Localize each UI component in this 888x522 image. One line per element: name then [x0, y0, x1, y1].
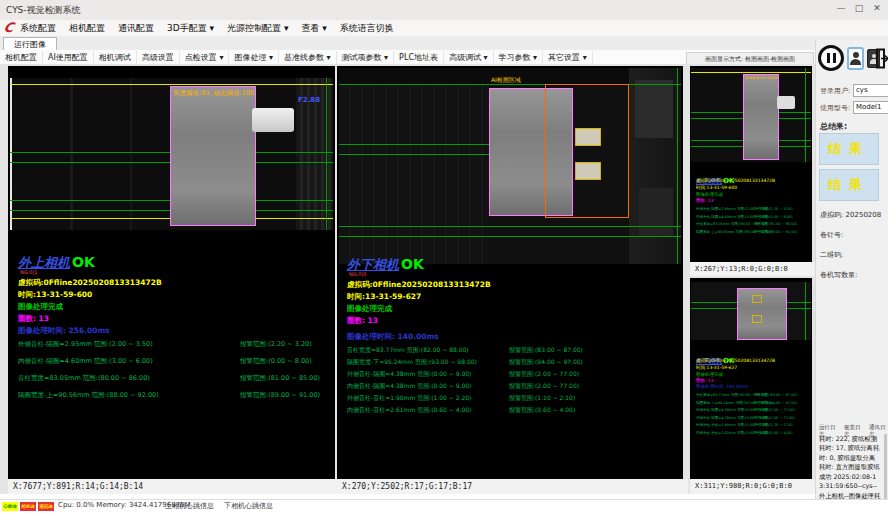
measurement-row: 外侧音柱-音柱=1.90mm 范围:(1.00 ~ 2.20)报警范围:(1.1… [696, 423, 810, 431]
camera-name: 外下相机 [347, 257, 399, 272]
minimize-button[interactable]: — [834, 3, 848, 13]
menu-items: 系统配置相机配置通讯配置3D手配置 ▾光源控制配置 ▾查看 ▾系统语言切换 [20, 20, 394, 36]
measurement-list: 外侧音柱-隔圈=2.95mm 范围:(2.00 ~ 3.50)报警范围:(2.2… [18, 340, 331, 408]
tape-applicator-blob [777, 96, 795, 109]
overlay-hline-yellow [10, 84, 333, 85]
exit-button[interactable] [876, 48, 888, 69]
title-bar: CYS-视觉检测系统 — □ ✕ [0, 0, 888, 21]
process-time-line: 图像处理时间: 140.00ms [347, 332, 439, 342]
menu-item[interactable]: 通讯配置 [118, 22, 154, 35]
log-text: 耗时: 222, 胶纸检测耗时: 17, 胶纸分离耗时: 0, 胶纸提取分离耗时… [819, 434, 881, 504]
overlay-hline-green [339, 154, 489, 155]
edge-highlight [10, 78, 12, 230]
measurement-row: 音柱宽度=83.77mm 范围:(82.00 ~ 88.00)报警范围:(83.… [347, 346, 679, 358]
measurement-row: 外侧音柱-音柱=1.90mm 范围:(1.00 ~ 2.20)报警范围:(1.1… [347, 394, 679, 406]
overlay-vline-green [677, 68, 678, 264]
toolbar-item[interactable]: 相机调试 [94, 51, 137, 64]
measurement-row: 隔圈宽度-下=95.24mm 范围:(93.00 ~ 98.00)报警范围:(9… [696, 401, 810, 409]
menu-item[interactable]: 查看 ▾ [301, 22, 326, 35]
process-time-line: 图像处理时间: 140.00ms [696, 384, 748, 389]
heartbeat-status-badge: 心跳信息 [2, 502, 18, 511]
qr-code-label: 二维码: [820, 250, 843, 260]
pause-button[interactable] [818, 45, 844, 71]
cell-block-roi: 灰度阈值:93, 动态阈值:100 [170, 86, 256, 226]
menu-bar: C 系统配置相机配置通讯配置3D手配置 ▾光源控制配置 ▾查看 ▾系统语言切换 [0, 20, 888, 37]
overlay-vline-green [805, 68, 806, 162]
measurement-row: 内侧音柱-隔圈=4.38mm 范围:(0.00 ~ 9.00)报警范围:(2.0… [347, 382, 679, 394]
overlay-hline-green [339, 144, 489, 145]
mini-camera-bottom-image[interactable] [691, 282, 811, 340]
pixel-coordinate-readout-top: X:7677;Y:891;R:14;G:14;B:14 [8, 479, 340, 494]
toolbar-item[interactable]: AI使用配置 [43, 51, 94, 64]
status-bar: 心跳信息 相机连接 通讯连接 Cpu: 0.0% Memory: 3424.41… [0, 499, 888, 513]
ng-counter: NG:0|0 [349, 271, 366, 277]
camera-status-badge: 相机连接 [20, 502, 36, 511]
login-user-input[interactable]: cys [853, 84, 888, 97]
cell-block-roi: 灰度阈值:93, 动态阈值:100 [743, 74, 779, 160]
measurement-list: 音柱宽度=83.77mm 范围:(82.00 ~ 88.00)报警范围:(83.… [347, 346, 679, 418]
pause-icon [827, 53, 830, 63]
toolbar-item[interactable]: 其它设置 ▾ [543, 51, 593, 64]
window-title: CYS-视觉检测系统 [6, 4, 81, 17]
toolbar-item[interactable]: 相机配置 [0, 51, 43, 64]
tab-row: 运行图像 [0, 36, 888, 51]
model-input[interactable]: Model1 [853, 101, 888, 114]
measurement-list: 外侧音柱-隔圈=2.95mm 范围:(2.00 ~ 3.50)报警范围:(2.2… [696, 207, 810, 237]
toolbar-item[interactable]: 高级调试 ▾ [444, 51, 494, 64]
measurement-row: 外侧音柱-隔圈=4.38mm 范围:(0.00 ~ 9.00)报警范围:(2.0… [347, 370, 679, 382]
turns-line: 圈数: 13 [18, 314, 49, 324]
process-done-line: 图像处理完成 [347, 304, 392, 314]
mini-camera-top-image[interactable]: 灰度阈值:93, 动态阈值:100 [691, 68, 811, 162]
app-window: CYS-视觉检测系统 — □ ✕ C 系统配置相机配置通讯配置3D手配置 ▾光源… [0, 0, 888, 522]
camera-top-panel: 灰度阈值:93, 动态阈值:100 F2.88 外上相机OK NG:0|1 虚拟… [8, 66, 335, 479]
measurement-row: 内侧音柱-隔圈=4.60mm 范围:(3.00 ~ 6.00)报警范围:(0.0… [18, 357, 331, 374]
result-ok-badge: OK [401, 256, 424, 272]
menu-item[interactable]: 系统语言切换 [340, 22, 394, 35]
operator-button-active[interactable] [847, 47, 864, 70]
threshold-overlay-text: 灰度阈值:93, 动态阈值:100 [173, 89, 254, 98]
measurement-row: 内侧音柱-隔圈=4.38mm 范围:(0.00 ~ 9.00)报警范围:(2.0… [696, 416, 810, 424]
toolbar-item[interactable]: 学习参数 ▾ [494, 51, 544, 64]
toolbar-item[interactable]: 测试项参数 ▾ [337, 51, 395, 64]
log-scrollbar[interactable] [884, 434, 887, 500]
comm-status-badge: 通讯连接 [38, 502, 54, 511]
login-user-label: 登录用户: [820, 86, 850, 96]
turns-line: 圈数: 13 [696, 198, 714, 203]
toolbar-item[interactable]: 图像处理 ▾ [229, 51, 279, 64]
measurement-row: 内侧音柱-隔圈=4.60mm 范围:(3.00 ~ 6.00)报警范围:(0.0… [696, 215, 810, 223]
close-button[interactable]: ✕ [870, 3, 884, 13]
menu-item[interactable]: 3D手配置 ▾ [167, 22, 214, 35]
camera-bottom-image[interactable]: AI检测区域 [339, 68, 681, 264]
pixel-coordinate-readout-bottom: X:270;Y:2502;R:17;G:17;B:17 [337, 479, 688, 494]
camera-up-heartbeat-text: 上相机心跳信息 [165, 501, 214, 511]
toolbar-item[interactable]: 点检设置 ▾ [180, 51, 230, 64]
tape-applicator-blob [252, 108, 294, 132]
measurement-row: 隔圈宽度-上=90.56mm 范围:(88.00 ~ 92.00)报警范围:(8… [696, 230, 810, 238]
ai-detect-rect [545, 84, 629, 218]
mini-camera-top-panel: 灰度阈值:93, 动态阈值:100 外上相机OK 虚拟码:0Ffline2025… [690, 66, 812, 262]
menu-item[interactable]: 系统配置 [20, 22, 56, 35]
result-box-bottom: 结果 [819, 169, 879, 201]
user-icon [853, 52, 859, 58]
toolbar-item[interactable]: 高级设置 [137, 51, 180, 64]
measurement-row: 音柱宽度=83.77mm 范围:(82.00 ~ 88.00)报警范围:(83.… [696, 393, 810, 401]
door-exit-icon [876, 48, 888, 69]
tab-run-image[interactable]: 运行图像 [3, 37, 57, 51]
cell-block-roi [737, 288, 787, 340]
turns-line: 圈数: 13 [347, 316, 378, 326]
virtual-code-value: 虚拟码: 20250208 [820, 210, 881, 220]
measurement-row: 外侧音柱-隔圈=4.38mm 范围:(0.00 ~ 9.00)报警范围:(2.0… [696, 408, 810, 416]
time-line: 时间:13-31-59-600 [696, 185, 737, 190]
process-done-line: 图像处理完成 [696, 372, 723, 377]
maximize-button[interactable]: □ [852, 3, 866, 13]
toolbar-item[interactable]: 基准线参数 ▾ [279, 51, 337, 64]
camera-top-image[interactable]: 灰度阈值:93, 动态阈值:100 F2.88 [10, 78, 333, 230]
machine-part [635, 80, 673, 138]
measurement-row: 隔圈宽度-下=95.24mm 范围:(93.00 ~ 98.00)报警范围:(9… [347, 358, 679, 370]
toolbar-item[interactable]: PLC地址表 [394, 51, 444, 64]
menu-item[interactable]: 光源控制配置 ▾ [227, 22, 288, 35]
turns-line: 圈数: 13 [696, 378, 714, 383]
menu-item[interactable]: 相机配置 [69, 22, 105, 35]
barcode-line: 虚拟码:0Ffline2025020813313472B [347, 280, 491, 290]
ng-counter: NG:0|1 [20, 269, 37, 275]
